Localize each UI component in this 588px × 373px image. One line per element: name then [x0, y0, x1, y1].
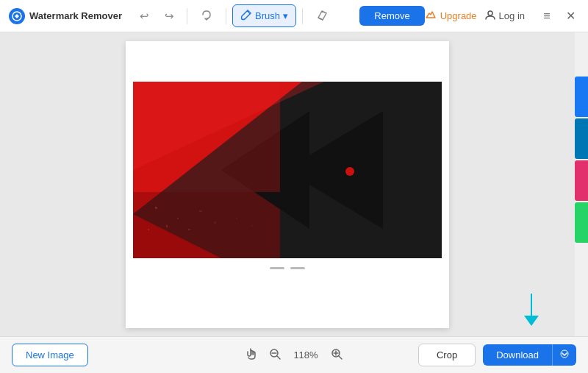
facebook-share-tab[interactable] — [575, 77, 588, 117]
separator-1 — [187, 8, 187, 24]
crop-button[interactable]: Crop — [418, 344, 476, 366]
divider-dots — [270, 267, 305, 269]
lasso-tool-button[interactable] — [193, 5, 220, 26]
svg-rect-14 — [148, 229, 149, 230]
canvas-area — [0, 32, 575, 336]
login-button[interactable]: Log in — [484, 9, 525, 23]
zoom-in-icon[interactable] — [331, 348, 343, 363]
upgrade-button[interactable]: Upgrade — [425, 9, 477, 23]
upgrade-icon — [425, 9, 437, 23]
download-arrow-indicator — [520, 294, 542, 330]
svg-point-7 — [345, 167, 354, 176]
window-controls: ≡ ✕ — [538, 7, 579, 25]
download-button-group: Download — [483, 344, 576, 366]
svg-rect-9 — [155, 207, 157, 209]
new-image-button[interactable]: New Image — [12, 344, 88, 366]
separator-3 — [302, 8, 303, 24]
arrow-line — [531, 294, 532, 316]
svg-rect-10 — [177, 218, 179, 219]
bottom-right: Crop Download — [418, 344, 576, 366]
canvas-image — [133, 82, 442, 258]
svg-rect-5 — [133, 192, 280, 258]
app-logo: Watermark Remover — [9, 8, 122, 24]
zoom-controls: 118% — [245, 347, 343, 363]
right-sidebar — [575, 32, 588, 336]
linkedin-share-tab[interactable] — [575, 118, 588, 159]
brush-icon — [240, 9, 252, 23]
whatsapp-share-tab[interactable] — [575, 202, 588, 243]
separator-2 — [226, 8, 226, 24]
remove-button[interactable]: Remove — [359, 6, 424, 26]
dot-2 — [290, 267, 305, 269]
close-button[interactable]: ✕ — [562, 7, 579, 25]
page-canvas — [126, 41, 449, 328]
arrow-head — [524, 316, 539, 326]
svg-rect-15 — [214, 221, 216, 224]
dot-1 — [270, 267, 284, 269]
brush-tool-button[interactable]: Brush ▾ — [232, 4, 296, 27]
svg-rect-17 — [251, 225, 253, 227]
app-title: Watermark Remover — [29, 10, 122, 21]
download-options-button[interactable] — [553, 344, 576, 366]
instagram-share-tab[interactable] — [575, 160, 588, 201]
download-main-button[interactable]: Download — [483, 344, 553, 366]
eraser-tool-button[interactable] — [309, 5, 335, 26]
undo-button[interactable]: ↩ — [134, 5, 156, 27]
svg-rect-16 — [236, 218, 237, 219]
main-content — [0, 32, 588, 336]
eraser-icon — [316, 9, 328, 23]
pan-tool-icon[interactable] — [245, 347, 259, 363]
toolbar: ↩ ↪ Brush ▾ — [134, 4, 354, 27]
zoom-level: 118% — [291, 349, 320, 360]
bottom-left: New Image — [12, 344, 88, 366]
svg-rect-11 — [199, 210, 202, 212]
lasso-icon — [201, 9, 212, 23]
menu-button[interactable]: ≡ — [538, 7, 556, 25]
bottom-bar: New Image 118% — [0, 336, 588, 373]
zoom-out-icon[interactable] — [269, 348, 281, 363]
upgrade-label: Upgrade — [440, 10, 477, 21]
brush-label: Brush — [255, 10, 280, 21]
redo-button[interactable]: ↪ — [159, 5, 181, 27]
svg-point-21 — [561, 350, 568, 358]
svg-rect-13 — [188, 229, 190, 230]
svg-point-1 — [488, 11, 492, 15]
svg-rect-12 — [166, 225, 168, 227]
titlebar-right: Upgrade Log in ≡ ✕ — [425, 7, 579, 25]
brush-dropdown-icon: ▾ — [283, 10, 288, 21]
user-icon — [484, 9, 496, 23]
titlebar: Watermark Remover ↩ ↪ Brush ▾ — [0, 0, 588, 32]
logo-icon — [9, 8, 25, 24]
login-label: Log in — [499, 10, 525, 21]
